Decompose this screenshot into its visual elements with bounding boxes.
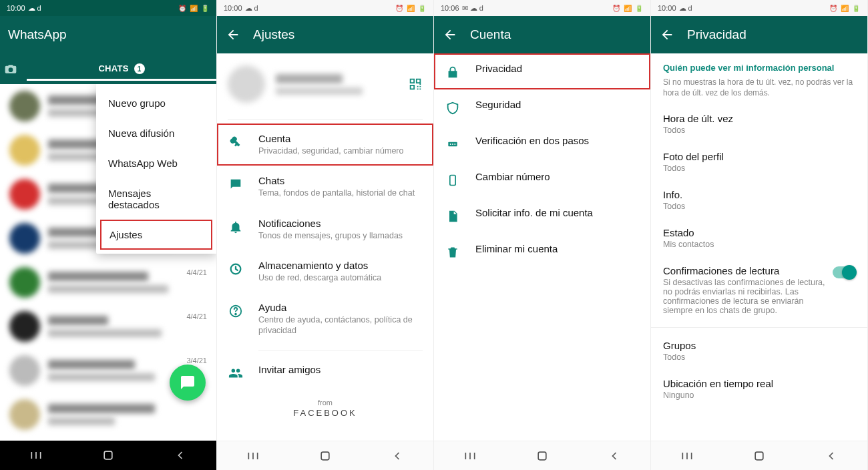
row-solicitar-info[interactable]: Solicitar info. de mi cuenta: [434, 198, 650, 234]
chat-row[interactable]: 4/4/21: [3, 304, 214, 348]
row-value: Todos: [663, 126, 855, 135]
row-title: Ayuda: [258, 302, 423, 313]
chat-icon: [228, 176, 244, 192]
pin-icon: [445, 136, 461, 152]
row-seguridad[interactable]: Seguridad: [434, 89, 650, 126]
nav-recents-icon[interactable]: [680, 449, 694, 463]
menu-ajustes[interactable]: Ajustes: [100, 220, 212, 250]
row-title: Almacenamiento y datos: [258, 260, 423, 271]
app-bar: Cuenta: [434, 16, 650, 53]
menu-whatsapp-web[interactable]: WhatsApp Web: [96, 148, 216, 178]
svg-rect-23: [755, 452, 763, 460]
nav-home-icon[interactable]: [535, 449, 550, 463]
row-chats[interactable]: ChatsTema, fondos de pantalla, historial…: [217, 166, 433, 208]
qr-icon[interactable]: [408, 77, 423, 91]
avatar: [9, 179, 40, 210]
svg-rect-15: [450, 176, 455, 186]
toggle-switch[interactable]: [833, 266, 855, 278]
divider: [651, 327, 867, 328]
nav-recents-icon[interactable]: [246, 449, 260, 463]
phone-ajustes: 10:00☁ d ⏰ 📶 🔋 Ajustes CuentaPrivacidad,…: [217, 0, 434, 470]
row-title: Solicitar info. de mi cuenta: [475, 207, 640, 218]
new-chat-fab[interactable]: [170, 365, 206, 401]
row-foto-perfil[interactable]: Foto del perfil Todos: [651, 143, 867, 181]
nav-recents-icon[interactable]: [29, 448, 43, 463]
row-subtitle: Tonos de mensajes, grupos y llamadas: [258, 230, 423, 241]
row-title: Hora de últ. vez: [663, 113, 855, 124]
nav-bar: [434, 441, 650, 470]
status-icons: ⏰ 📶 🔋: [395, 5, 427, 12]
status-time: 10:00: [7, 4, 25, 12]
nav-home-icon[interactable]: [318, 449, 333, 463]
menu-destacados[interactable]: Mensajes destacados: [96, 178, 216, 220]
row-value: Ninguno: [663, 391, 855, 400]
row-subtitle: Privacidad, seguridad, cambiar número: [258, 146, 423, 156]
svg-point-6: [235, 314, 236, 315]
row-estado[interactable]: Estado Mis contactos: [651, 219, 867, 257]
nav-bar: [217, 441, 433, 470]
help-icon: [228, 303, 244, 319]
footer-from: from: [217, 399, 433, 407]
status-weather: ☁ d: [679, 4, 692, 13]
nav-home-icon[interactable]: [101, 448, 116, 463]
avatar: [9, 135, 40, 166]
menu-nuevo-grupo[interactable]: Nuevo grupo: [96, 88, 216, 118]
status-icons: ⏰ 📶 🔋: [178, 5, 210, 12]
status-icons: ⏰ 📶 🔋: [829, 5, 861, 12]
row-title: Chats: [258, 175, 423, 186]
row-title: Estado: [663, 227, 855, 238]
back-icon[interactable]: [659, 27, 675, 43]
row-almacenamiento[interactable]: Almacenamiento y datosUso de red, descar…: [217, 250, 433, 292]
row-invitar[interactable]: Invitar amigos: [217, 355, 433, 391]
nav-back-icon[interactable]: [390, 449, 405, 463]
profile-row[interactable]: [217, 53, 433, 115]
row-cambiar-numero[interactable]: Cambiar número: [434, 162, 650, 198]
row-ayuda[interactable]: AyudaCentro de ayuda, contáctanos, polít…: [217, 292, 433, 346]
row-ultvez[interactable]: Hora de últ. vez Todos: [651, 105, 867, 143]
chat-date: 3/4/21: [186, 357, 207, 365]
row-privacidad[interactable]: Privacidad: [434, 53, 650, 89]
nav-home-icon[interactable]: [752, 449, 767, 463]
row-grupos[interactable]: Grupos Todos: [651, 332, 867, 370]
chat-list-container: Ayer Ayer 4/4/21 4/4/21 3/4/21: [0, 84, 216, 441]
row-dospasos[interactable]: Verificación en dos pasos: [434, 126, 650, 162]
tab-chats[interactable]: CHATS 1: [27, 57, 216, 81]
phone-cuenta: 10:06✉ ☁ d ⏰ 📶 🔋 Cuenta Privacidad Segur…: [434, 0, 651, 470]
row-value: Todos: [663, 202, 855, 211]
row-cuenta[interactable]: CuentaPrivacidad, seguridad, cambiar núm…: [217, 124, 433, 166]
avatar: [9, 267, 40, 298]
profile-text: [276, 74, 397, 95]
footer-facebook: FACEBOOK: [217, 408, 433, 418]
avatar: [228, 65, 265, 103]
row-info[interactable]: Info. Todos: [651, 181, 867, 219]
status-time: 10:06: [441, 4, 459, 12]
svg-point-13: [452, 144, 453, 145]
tab-chats-label: CHATS: [98, 63, 128, 73]
row-title: Cambiar número: [475, 171, 640, 182]
row-ubicacion[interactable]: Ubicación en tiempo real Ninguno: [651, 370, 867, 408]
nav-back-icon[interactable]: [824, 449, 839, 463]
row-title: Invitar amigos: [258, 364, 423, 375]
row-confirmaciones-lectura[interactable]: Confirmaciones de lectura Si desactivas …: [651, 257, 867, 323]
camera-icon[interactable]: [4, 62, 27, 75]
menu-nueva-difusion[interactable]: Nueva difusión: [96, 118, 216, 148]
row-title: Eliminar mi cuenta: [475, 243, 640, 254]
phone-chats: 10:00☁ d ⏰ 📶 🔋 WhatsApp CHATS 1: [0, 0, 217, 470]
back-icon[interactable]: [442, 27, 458, 43]
row-subtitle: Tema, fondos de pantalla, historial de c…: [258, 188, 423, 198]
nav-back-icon[interactable]: [607, 449, 622, 463]
nav-bar: [651, 441, 867, 470]
status-bar: 10:00☁ d ⏰ 📶 🔋: [651, 0, 867, 16]
nav-recents-icon[interactable]: [463, 449, 477, 463]
data-icon: [228, 261, 244, 277]
chat-row[interactable]: 4/4/21: [3, 260, 214, 304]
chat-date: 4/4/21: [186, 268, 207, 276]
row-title: Notificaciones: [258, 218, 423, 229]
row-eliminar-cuenta[interactable]: Eliminar mi cuenta: [434, 234, 650, 270]
back-icon[interactable]: [225, 27, 241, 43]
svg-rect-10: [321, 452, 329, 460]
row-notificaciones[interactable]: NotificacionesTonos de mensajes, grupos …: [217, 208, 433, 250]
nav-back-icon[interactable]: [173, 448, 188, 463]
row-title: Info.: [663, 189, 855, 200]
key-icon: [228, 134, 244, 150]
